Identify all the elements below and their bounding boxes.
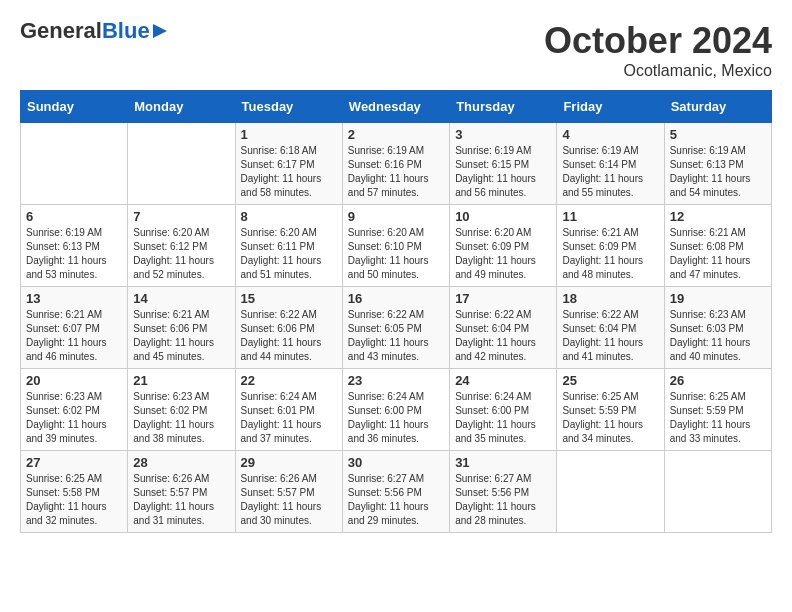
day-info: Sunrise: 6:20 AM Sunset: 6:11 PM Dayligh… [241, 226, 337, 282]
day-number: 18 [562, 291, 658, 306]
day-info: Sunrise: 6:26 AM Sunset: 5:57 PM Dayligh… [133, 472, 229, 528]
calendar-cell: 9Sunrise: 6:20 AM Sunset: 6:10 PM Daylig… [342, 205, 449, 287]
day-number: 8 [241, 209, 337, 224]
calendar-cell [21, 123, 128, 205]
calendar-cell: 8Sunrise: 6:20 AM Sunset: 6:11 PM Daylig… [235, 205, 342, 287]
day-info: Sunrise: 6:19 AM Sunset: 6:16 PM Dayligh… [348, 144, 444, 200]
calendar-cell: 25Sunrise: 6:25 AM Sunset: 5:59 PM Dayli… [557, 369, 664, 451]
day-number: 12 [670, 209, 766, 224]
calendar-cell: 30Sunrise: 6:27 AM Sunset: 5:56 PM Dayli… [342, 451, 449, 533]
calendar-cell: 31Sunrise: 6:27 AM Sunset: 5:56 PM Dayli… [450, 451, 557, 533]
calendar-cell: 7Sunrise: 6:20 AM Sunset: 6:12 PM Daylig… [128, 205, 235, 287]
day-info: Sunrise: 6:27 AM Sunset: 5:56 PM Dayligh… [348, 472, 444, 528]
day-info: Sunrise: 6:20 AM Sunset: 6:09 PM Dayligh… [455, 226, 551, 282]
week-row-4: 20Sunrise: 6:23 AM Sunset: 6:02 PM Dayli… [21, 369, 772, 451]
day-number: 21 [133, 373, 229, 388]
day-number: 14 [133, 291, 229, 306]
day-number: 2 [348, 127, 444, 142]
calendar-cell: 3Sunrise: 6:19 AM Sunset: 6:15 PM Daylig… [450, 123, 557, 205]
day-number: 30 [348, 455, 444, 470]
calendar-cell: 12Sunrise: 6:21 AM Sunset: 6:08 PM Dayli… [664, 205, 771, 287]
day-number: 1 [241, 127, 337, 142]
calendar-cell: 4Sunrise: 6:19 AM Sunset: 6:14 PM Daylig… [557, 123, 664, 205]
day-number: 23 [348, 373, 444, 388]
calendar-cell: 21Sunrise: 6:23 AM Sunset: 6:02 PM Dayli… [128, 369, 235, 451]
calendar-cell: 2Sunrise: 6:19 AM Sunset: 6:16 PM Daylig… [342, 123, 449, 205]
day-number: 9 [348, 209, 444, 224]
day-info: Sunrise: 6:25 AM Sunset: 5:58 PM Dayligh… [26, 472, 122, 528]
day-number: 15 [241, 291, 337, 306]
calendar-table: SundayMondayTuesdayWednesdayThursdayFrid… [20, 90, 772, 533]
calendar-cell: 24Sunrise: 6:24 AM Sunset: 6:00 PM Dayli… [450, 369, 557, 451]
calendar-cell: 10Sunrise: 6:20 AM Sunset: 6:09 PM Dayli… [450, 205, 557, 287]
day-info: Sunrise: 6:25 AM Sunset: 5:59 PM Dayligh… [562, 390, 658, 446]
weekday-header-row: SundayMondayTuesdayWednesdayThursdayFrid… [21, 91, 772, 123]
day-info: Sunrise: 6:21 AM Sunset: 6:06 PM Dayligh… [133, 308, 229, 364]
day-info: Sunrise: 6:20 AM Sunset: 6:10 PM Dayligh… [348, 226, 444, 282]
weekday-header-sunday: Sunday [21, 91, 128, 123]
day-number: 22 [241, 373, 337, 388]
day-info: Sunrise: 6:22 AM Sunset: 6:06 PM Dayligh… [241, 308, 337, 364]
day-number: 4 [562, 127, 658, 142]
day-number: 10 [455, 209, 551, 224]
calendar-cell: 5Sunrise: 6:19 AM Sunset: 6:13 PM Daylig… [664, 123, 771, 205]
calendar-cell: 20Sunrise: 6:23 AM Sunset: 6:02 PM Dayli… [21, 369, 128, 451]
logo-blue: Blue [102, 18, 150, 43]
day-number: 17 [455, 291, 551, 306]
calendar-cell: 23Sunrise: 6:24 AM Sunset: 6:00 PM Dayli… [342, 369, 449, 451]
day-info: Sunrise: 6:21 AM Sunset: 6:09 PM Dayligh… [562, 226, 658, 282]
day-info: Sunrise: 6:24 AM Sunset: 6:00 PM Dayligh… [348, 390, 444, 446]
day-info: Sunrise: 6:27 AM Sunset: 5:56 PM Dayligh… [455, 472, 551, 528]
week-row-1: 1Sunrise: 6:18 AM Sunset: 6:17 PM Daylig… [21, 123, 772, 205]
calendar-cell [128, 123, 235, 205]
calendar-cell: 17Sunrise: 6:22 AM Sunset: 6:04 PM Dayli… [450, 287, 557, 369]
day-number: 3 [455, 127, 551, 142]
day-number: 27 [26, 455, 122, 470]
day-number: 16 [348, 291, 444, 306]
day-info: Sunrise: 6:19 AM Sunset: 6:15 PM Dayligh… [455, 144, 551, 200]
calendar-cell: 1Sunrise: 6:18 AM Sunset: 6:17 PM Daylig… [235, 123, 342, 205]
day-number: 13 [26, 291, 122, 306]
day-info: Sunrise: 6:21 AM Sunset: 6:08 PM Dayligh… [670, 226, 766, 282]
calendar-cell: 26Sunrise: 6:25 AM Sunset: 5:59 PM Dayli… [664, 369, 771, 451]
month-title: October 2024 [544, 20, 772, 62]
day-info: Sunrise: 6:22 AM Sunset: 6:04 PM Dayligh… [562, 308, 658, 364]
day-number: 6 [26, 209, 122, 224]
day-number: 20 [26, 373, 122, 388]
day-info: Sunrise: 6:21 AM Sunset: 6:07 PM Dayligh… [26, 308, 122, 364]
calendar-cell: 15Sunrise: 6:22 AM Sunset: 6:06 PM Dayli… [235, 287, 342, 369]
day-info: Sunrise: 6:20 AM Sunset: 6:12 PM Dayligh… [133, 226, 229, 282]
logo-text: GeneralBlue [20, 20, 150, 42]
logo: GeneralBlue [20, 20, 167, 42]
day-info: Sunrise: 6:23 AM Sunset: 6:03 PM Dayligh… [670, 308, 766, 364]
week-row-2: 6Sunrise: 6:19 AM Sunset: 6:13 PM Daylig… [21, 205, 772, 287]
day-number: 11 [562, 209, 658, 224]
day-info: Sunrise: 6:19 AM Sunset: 6:14 PM Dayligh… [562, 144, 658, 200]
calendar-cell: 27Sunrise: 6:25 AM Sunset: 5:58 PM Dayli… [21, 451, 128, 533]
day-number: 5 [670, 127, 766, 142]
weekday-header-wednesday: Wednesday [342, 91, 449, 123]
week-row-5: 27Sunrise: 6:25 AM Sunset: 5:58 PM Dayli… [21, 451, 772, 533]
calendar-cell: 14Sunrise: 6:21 AM Sunset: 6:06 PM Dayli… [128, 287, 235, 369]
calendar-cell [664, 451, 771, 533]
weekday-header-saturday: Saturday [664, 91, 771, 123]
weekday-header-tuesday: Tuesday [235, 91, 342, 123]
day-number: 24 [455, 373, 551, 388]
calendar-cell: 6Sunrise: 6:19 AM Sunset: 6:13 PM Daylig… [21, 205, 128, 287]
day-info: Sunrise: 6:24 AM Sunset: 6:00 PM Dayligh… [455, 390, 551, 446]
day-number: 19 [670, 291, 766, 306]
weekday-header-monday: Monday [128, 91, 235, 123]
logo-general: General [20, 18, 102, 43]
day-info: Sunrise: 6:18 AM Sunset: 6:17 PM Dayligh… [241, 144, 337, 200]
calendar-cell: 16Sunrise: 6:22 AM Sunset: 6:05 PM Dayli… [342, 287, 449, 369]
week-row-3: 13Sunrise: 6:21 AM Sunset: 6:07 PM Dayli… [21, 287, 772, 369]
day-number: 26 [670, 373, 766, 388]
day-number: 7 [133, 209, 229, 224]
calendar-cell: 28Sunrise: 6:26 AM Sunset: 5:57 PM Dayli… [128, 451, 235, 533]
day-info: Sunrise: 6:23 AM Sunset: 6:02 PM Dayligh… [26, 390, 122, 446]
day-number: 28 [133, 455, 229, 470]
calendar-cell: 22Sunrise: 6:24 AM Sunset: 6:01 PM Dayli… [235, 369, 342, 451]
day-info: Sunrise: 6:19 AM Sunset: 6:13 PM Dayligh… [670, 144, 766, 200]
calendar-cell: 13Sunrise: 6:21 AM Sunset: 6:07 PM Dayli… [21, 287, 128, 369]
weekday-header-thursday: Thursday [450, 91, 557, 123]
